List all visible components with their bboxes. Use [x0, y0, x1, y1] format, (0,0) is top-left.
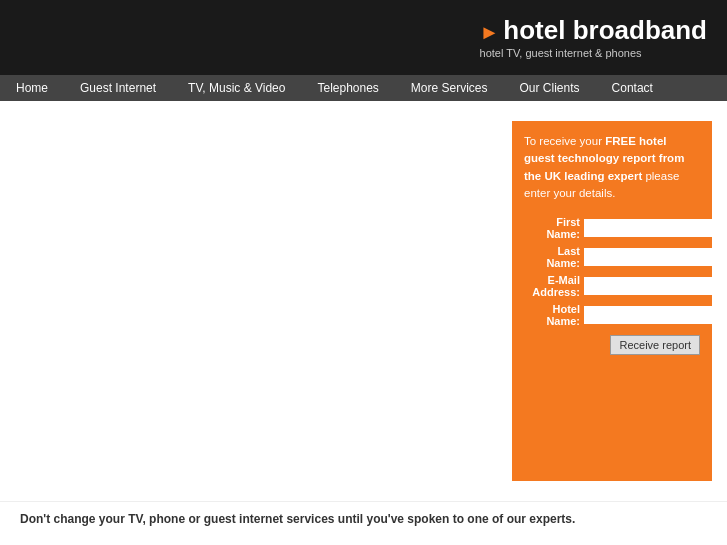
last-name-row: LastName: [524, 245, 700, 269]
header: ► hotel broadband hotel TV, guest intern… [0, 0, 727, 75]
last-name-input[interactable] [584, 248, 727, 266]
hotel-name-input[interactable] [584, 306, 727, 324]
submit-row: Receive report [524, 335, 700, 355]
first-name-row: FirstName: [524, 216, 700, 240]
navbar: Home Guest Internet TV, Music & Video Te… [0, 75, 727, 101]
nav-item-home[interactable]: Home [0, 75, 64, 101]
email-row: E-MailAddress: [524, 274, 700, 298]
hotel-name-label: HotelName: [524, 303, 584, 327]
first-name-input[interactable] [584, 219, 727, 237]
receive-report-button[interactable]: Receive report [610, 335, 700, 355]
last-name-label: LastName: [524, 245, 584, 269]
right-form-panel: To receive your FREE hotel guest technol… [512, 121, 712, 481]
nav-item-tv-music-video[interactable]: TV, Music & Video [172, 75, 301, 101]
promo-text: To receive your FREE hotel guest technol… [524, 133, 700, 202]
nav-item-telephones[interactable]: Telephones [301, 75, 394, 101]
first-name-label: FirstName: [524, 216, 584, 240]
nav-item-more-services[interactable]: More Services [395, 75, 504, 101]
nav-item-guest-internet[interactable]: Guest Internet [64, 75, 172, 101]
logo-title: hotel broadband [503, 16, 707, 45]
logo-subtitle: hotel TV, guest internet & phones [480, 47, 642, 59]
email-label: E-MailAddress: [524, 274, 584, 298]
nav-item-our-clients[interactable]: Our Clients [504, 75, 596, 101]
left-content-area [0, 101, 512, 501]
bottom-tagline: Don't change your TV, phone or guest int… [0, 501, 727, 545]
email-input[interactable] [584, 277, 727, 295]
nav-item-contact[interactable]: Contact [596, 75, 669, 101]
logo-area: ► hotel broadband hotel TV, guest intern… [480, 16, 707, 59]
logo-arrow-icon: ► [480, 21, 500, 44]
hotel-name-row: HotelName: [524, 303, 700, 327]
main-content: To receive your FREE hotel guest technol… [0, 101, 727, 501]
